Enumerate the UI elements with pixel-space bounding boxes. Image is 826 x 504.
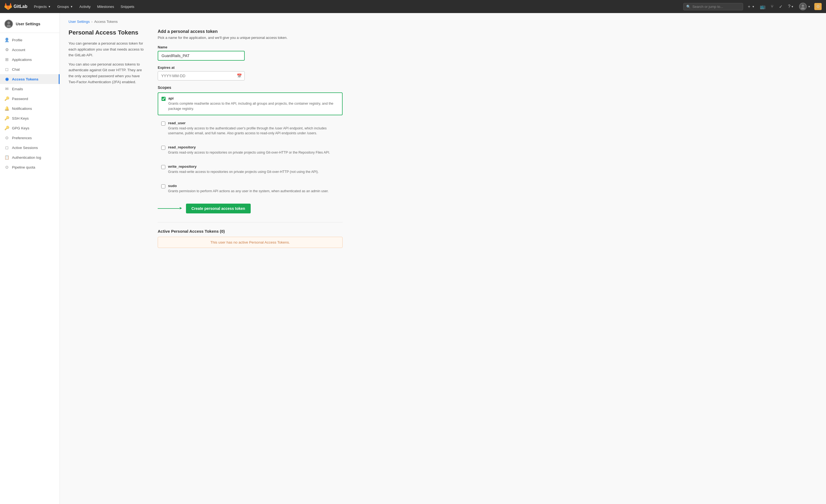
sidebar-item-applications[interactable]: ⊞ Applications — [0, 55, 60, 64]
user-settings-icon-btn[interactable]: ⚙ — [814, 3, 822, 10]
breadcrumb-separator: › — [92, 19, 93, 24]
main-content: User Settings › Access Tokens Personal A… — [60, 13, 826, 504]
sidebar-avatar — [4, 19, 13, 28]
notifications-icon: 🔔 — [4, 106, 9, 111]
todos-button[interactable]: ✓ — [777, 2, 784, 11]
settings-icon: ⚙ — [816, 4, 820, 9]
section-divider — [158, 222, 343, 223]
scope-item-read-repository: read_repository Grants read-only access … — [158, 142, 343, 159]
help-icon: ? — [788, 4, 790, 9]
scope-read-user-content: read_user Grants read-only access to the… — [168, 121, 339, 136]
scope-item-read-user: read_user Grants read-only access to the… — [158, 117, 343, 140]
logo-text: GitLab — [14, 4, 27, 9]
name-form-group: Name — [158, 45, 343, 61]
arrow-line — [158, 208, 179, 209]
sidebar-item-notifications[interactable]: 🔔 Notifications — [0, 104, 60, 113]
search-bar[interactable]: 🔍 Search or jump to... — [683, 3, 743, 10]
user-chevron: ▼ — [808, 5, 811, 8]
page-body: Personal Access Tokens You can generate … — [68, 29, 817, 248]
date-wrapper: 📅 — [158, 71, 245, 80]
sidebar-item-gpg-keys[interactable]: 🔑 GPG Keys — [0, 123, 60, 133]
chat-icon: ◻ — [4, 67, 9, 72]
nav-activity[interactable]: Activity — [77, 4, 93, 10]
profile-icon: 👤 — [4, 38, 9, 43]
gitlab-logo[interactable]: GitLab — [4, 3, 27, 10]
sessions-icon: ◻ — [4, 145, 9, 150]
scope-item-sudo: sudo Grants permission to perform API ac… — [158, 180, 343, 197]
scope-read-user-desc: Grants read-only access to the authentic… — [168, 126, 339, 136]
plus-icon: ＋ — [747, 4, 751, 9]
scope-sudo-checkbox[interactable] — [161, 184, 165, 188]
sidebar-item-profile[interactable]: 👤 Profile — [0, 35, 60, 45]
nav-projects[interactable]: Projects ▼ — [32, 4, 53, 10]
broadcast-button[interactable]: 📺 — [758, 2, 767, 11]
nav-milestones[interactable]: Milestones — [95, 4, 116, 10]
scope-read-user-checkbox[interactable] — [161, 122, 165, 126]
applications-icon: ⊞ — [4, 57, 9, 62]
sidebar-item-chat[interactable]: ◻ Chat — [0, 64, 60, 74]
gpg-icon: 🔑 — [4, 126, 9, 130]
sidebar: User Settings 👤 Profile ⚙ Account ⊞ Appl… — [0, 13, 60, 504]
scope-read-repository-checkbox[interactable] — [161, 146, 165, 150]
create-token-button[interactable]: Create personal access token — [186, 204, 251, 213]
form-section-subtitle: Pick a name for the application, and we'… — [158, 36, 343, 40]
sidebar-title: User Settings — [16, 22, 40, 26]
sidebar-item-preferences[interactable]: ⊙ Preferences — [0, 133, 60, 143]
scope-sudo-desc: Grants permission to perform API actions… — [168, 189, 329, 194]
svg-point-4 — [7, 21, 10, 24]
access-tokens-icon: ◉ — [4, 77, 9, 81]
scope-read-repository-name: read_repository — [168, 145, 330, 149]
active-tokens-title: Active Personal Access Tokens (0) — [158, 229, 343, 234]
todo-icon: ✓ — [779, 4, 782, 9]
ssh-icon: 🔑 — [4, 116, 9, 121]
user-menu-button[interactable]: ▼ — [798, 1, 812, 12]
nav-groups[interactable]: Groups ▼ — [55, 4, 75, 10]
scope-read-repository-content: read_repository Grants read-only access … — [168, 145, 330, 155]
scope-write-repository-content: write_repository Grants read-write acces… — [168, 165, 319, 175]
sidebar-item-password[interactable]: 🔑 Password — [0, 94, 60, 104]
expires-label: Expires at — [158, 66, 343, 70]
scope-sudo-content: sudo Grants permission to perform API ac… — [168, 184, 329, 194]
scope-api-desc: Grants complete read/write access to the… — [168, 101, 339, 112]
active-tokens-section: Active Personal Access Tokens (0) This u… — [158, 229, 343, 248]
new-item-button[interactable]: ＋ ▼ — [745, 2, 756, 11]
top-navigation: GitLab Projects ▼ Groups ▼ Activity Mile… — [0, 0, 826, 13]
auth-log-icon: 📋 — [4, 155, 9, 160]
pipeline-icon: ⊙ — [4, 165, 9, 170]
expires-input[interactable] — [158, 71, 245, 80]
breadcrumb-current: Access Tokens — [94, 19, 117, 24]
sidebar-header: User Settings — [0, 17, 60, 33]
create-btn-area: Create personal access token — [158, 204, 343, 213]
sidebar-item-active-sessions[interactable]: ◻ Active Sessions — [0, 143, 60, 152]
help-chevron: ▼ — [791, 5, 793, 8]
scope-item-write-repository: write_repository Grants read-write acces… — [158, 161, 343, 178]
merge-request-icon: ⑂ — [771, 4, 773, 9]
sidebar-item-access-tokens[interactable]: ◉ Access Tokens — [0, 74, 60, 84]
broadcast-icon: 📺 — [760, 4, 765, 9]
user-avatar — [799, 3, 807, 10]
sidebar-item-emails[interactable]: ✉ Emails — [0, 84, 60, 94]
breadcrumb: User Settings › Access Tokens — [68, 19, 817, 24]
account-icon: ⚙ — [4, 47, 9, 52]
scope-write-repository-checkbox[interactable] — [161, 165, 165, 169]
merge-requests-button[interactable]: ⑂ — [769, 2, 775, 11]
sidebar-item-ssh-keys[interactable]: 🔑 SSH Keys — [0, 113, 60, 123]
help-button[interactable]: ? ▼ — [786, 2, 795, 11]
page-description-section: Personal Access Tokens You can generate … — [68, 29, 144, 248]
sidebar-item-pipeline-quota[interactable]: ⊙ Pipeline quota — [0, 162, 60, 172]
page-desc-2: You can also use personal access tokens … — [68, 61, 144, 85]
form-section-title: Add a personal access token — [158, 29, 343, 34]
svg-point-1 — [802, 5, 804, 7]
scope-item-api: api Grants complete read/write access to… — [158, 92, 343, 115]
nav-snippets[interactable]: Snippets — [118, 4, 136, 10]
scope-read-user-name: read_user — [168, 121, 339, 125]
name-input[interactable] — [158, 51, 245, 61]
preferences-icon: ⊙ — [4, 135, 9, 140]
scope-api-content: api Grants complete read/write access to… — [168, 96, 339, 112]
scope-api-checkbox[interactable] — [162, 97, 166, 101]
breadcrumb-user-settings[interactable]: User Settings — [68, 19, 90, 24]
sidebar-item-auth-log[interactable]: 📋 Authentication log — [0, 152, 60, 162]
sidebar-item-account[interactable]: ⚙ Account — [0, 45, 60, 55]
page-layout: User Settings 👤 Profile ⚙ Account ⊞ Appl… — [0, 13, 826, 504]
search-icon: 🔍 — [686, 5, 691, 9]
